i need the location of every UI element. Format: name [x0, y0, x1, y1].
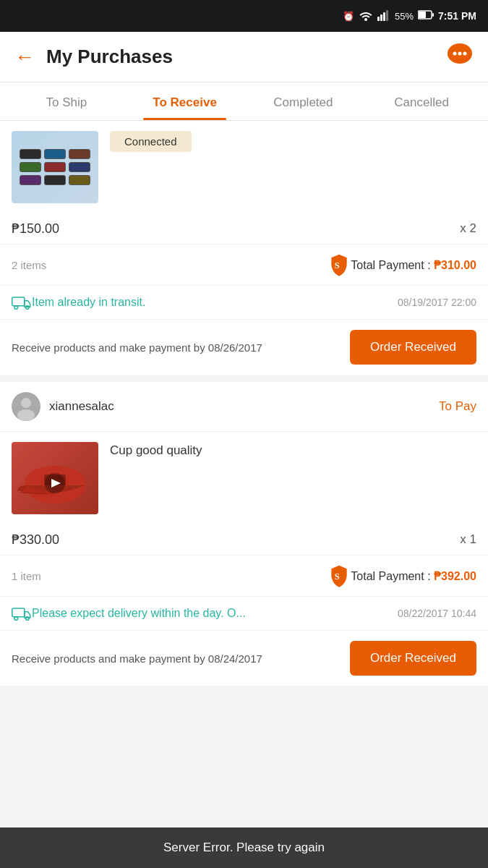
page-title: My Purchases — [46, 46, 446, 68]
wifi-icon — [359, 9, 373, 23]
alarm-icon: ⏰ — [343, 11, 354, 22]
svg-point-24 — [14, 617, 18, 621]
product-name-2: Cup good quality — [110, 443, 202, 457]
tab-bar: To Ship To Receive Completed Cancelled — [0, 82, 488, 121]
header: ← My Purchases — [0, 32, 488, 82]
svg-rect-2 — [383, 12, 385, 21]
transit-text-1: Item already in transit. — [32, 296, 398, 309]
tab-to-receive[interactable]: To Receive — [126, 82, 244, 120]
total-amount-1: ₱310.00 — [434, 259, 476, 271]
battery-percent: 55% — [395, 11, 414, 22]
shopee-shield-1: S — [328, 253, 351, 276]
svg-point-9 — [458, 52, 462, 56]
product-info-2: Cup good quality — [110, 442, 476, 459]
svg-rect-5 — [419, 12, 426, 18]
svg-rect-3 — [386, 10, 388, 21]
svg-rect-0 — [377, 17, 380, 21]
svg-rect-12 — [12, 297, 25, 306]
error-message: Server Error. Please try again — [163, 841, 325, 854]
product-price-1: ₱150.00 — [12, 221, 59, 237]
product-price-2: ₱330.00 — [12, 532, 59, 548]
total-payment-2: Total Payment : ₱392.00 — [351, 569, 476, 583]
seller-avatar-2 — [12, 392, 40, 421]
price-row-2: ₱330.00 x 1 — [0, 524, 488, 555]
total-amount-2: ₱392.00 — [434, 570, 476, 582]
svg-rect-1 — [380, 14, 382, 21]
svg-point-8 — [453, 52, 457, 56]
order-card-2: xiannesalac To Pay Cup good quality ₱330… — [0, 382, 488, 686]
action-row-1: Receive products and make payment by 08/… — [0, 319, 488, 375]
order-summary-1: 2 items S Total Payment : ₱310.00 — [0, 244, 488, 285]
transit-row-2: Please expect delivery within the day. O… — [0, 596, 488, 630]
transit-date-2: 08/22/2017 10:44 — [398, 608, 476, 619]
transit-row-1: Item already in transit. 08/19/2017 22:0… — [0, 285, 488, 319]
time: 7:51 PM — [438, 10, 476, 22]
battery-icon — [418, 10, 434, 22]
deadline-text-2: Receive products and make payment by 08/… — [12, 651, 350, 666]
signal-icon — [377, 9, 390, 23]
product-row-2: Cup good quality — [0, 432, 488, 524]
svg-point-10 — [463, 52, 467, 56]
transit-date-1: 08/19/2017 22:00 — [398, 297, 476, 308]
product-qty-2: x 1 — [460, 532, 476, 547]
order-header-2: xiannesalac To Pay — [0, 382, 488, 432]
price-row-1: ₱150.00 x 2 — [0, 213, 488, 244]
back-button[interactable]: ← — [14, 46, 35, 69]
product-image-2 — [12, 442, 98, 514]
action-row-2: Receive products and make payment by 08/… — [0, 630, 488, 686]
svg-text:S: S — [335, 260, 340, 271]
order-card-1: Connected ₱150.00 x 2 2 items S Total Pa… — [0, 121, 488, 375]
order-received-button-1[interactable]: Order Received — [350, 330, 476, 365]
svg-point-17 — [17, 409, 35, 421]
truck-icon-2 — [12, 605, 32, 621]
truck-icon-1 — [12, 294, 32, 310]
transit-text-2: Please expect delivery within the day. O… — [32, 607, 398, 620]
total-payment-1: Total Payment : ₱310.00 — [351, 258, 476, 272]
deadline-text-1: Receive products and make payment by 08/… — [12, 340, 350, 355]
order-received-button-2[interactable]: Order Received — [350, 641, 476, 676]
order-status-2: To Pay — [439, 399, 476, 414]
svg-rect-6 — [432, 13, 434, 17]
chat-button[interactable] — [446, 42, 474, 72]
connected-badge: Connected — [110, 131, 192, 152]
product-row-1: Connected — [0, 121, 488, 213]
product-qty-1: x 2 — [460, 221, 476, 236]
product-image-1 — [12, 131, 98, 203]
product-info-1: Connected — [110, 131, 476, 159]
svg-rect-23 — [12, 608, 25, 617]
seller-name-2: xiannesalac — [49, 399, 439, 414]
order-summary-2: 1 item S Total Payment : ₱392.00 — [0, 555, 488, 596]
tab-completed[interactable]: Completed — [244, 82, 363, 120]
svg-point-16 — [21, 398, 31, 408]
svg-text:S: S — [335, 571, 340, 582]
items-count-1: 2 items — [12, 259, 328, 271]
tab-to-ship[interactable]: To Ship — [7, 82, 126, 120]
status-bar: ⏰ 55% 7:51 PM — [0, 0, 488, 32]
tab-cancelled[interactable]: Cancelled — [362, 82, 481, 120]
svg-point-13 — [14, 306, 18, 310]
items-count-2: 1 item — [12, 570, 328, 582]
shopee-shield-2: S — [328, 564, 351, 587]
error-toast: Server Error. Please try again — [0, 827, 488, 868]
